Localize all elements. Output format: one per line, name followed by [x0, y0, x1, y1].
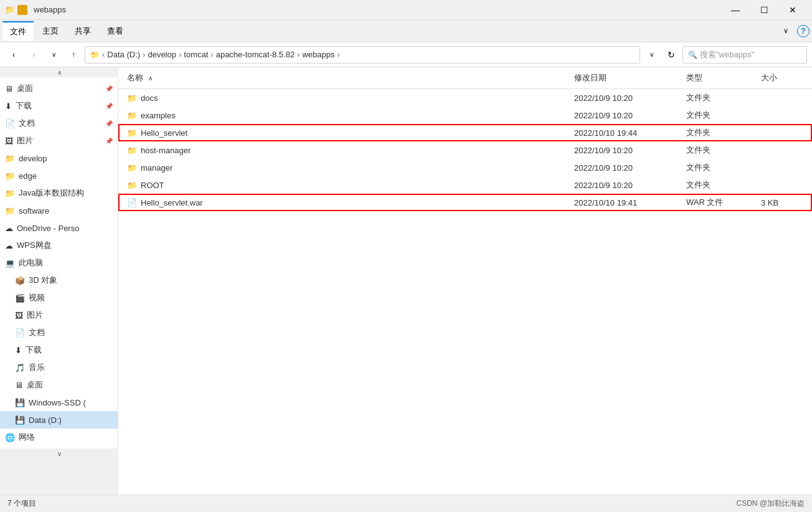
search-icon: 🔍	[688, 50, 697, 59]
col-type[interactable]: 类型	[682, 70, 757, 86]
title-controls: — ☐ ✕	[721, 0, 807, 20]
file-icon-6: 📄	[127, 198, 137, 207]
file-date-6: 2022/10/10 19:41	[570, 197, 682, 209]
video-icon: 🎬	[15, 293, 25, 303]
sidebar-item-wps[interactable]: ☁ WPS网盘	[0, 237, 118, 254]
dropdown-button[interactable]: ∨	[45, 46, 62, 64]
pictures2-icon: 🖼	[15, 311, 23, 320]
sidebar-scroll-down[interactable]: ∨	[0, 448, 118, 458]
sidebar-container: ∧ 🖥 桌面 📌 ⬇ 下载 📌 📄 文档 📌 🖼 图片 📌	[0, 67, 118, 495]
windows-ssd-icon: 💾	[15, 398, 25, 407]
develop-folder-icon: 📁	[5, 154, 15, 163]
ribbon: 文件 主页 共享 查看 ∨ ?	[0, 20, 812, 42]
title-bar: 📁 webapps — ☐ ✕	[0, 0, 812, 20]
sidebar-item-docs-pinned[interactable]: 📄 文档 📌	[0, 115, 118, 132]
file-row-0[interactable]: 📁docs2022/10/9 10:20文件夹	[118, 89, 812, 107]
file-row-5[interactable]: 📁ROOT2022/10/9 10:20文件夹	[118, 176, 812, 194]
sidebar-item-music[interactable]: 🎵 音乐	[0, 359, 118, 376]
sidebar-item-windows-ssd[interactable]: 💾 Windows-SSD (	[0, 394, 118, 411]
sidebar-item-software[interactable]: 📁 software	[0, 202, 118, 219]
file-row-2[interactable]: 📁Hello_servlet2022/10/10 19:44文件夹	[118, 124, 812, 141]
forward-button[interactable]: ›	[25, 46, 42, 64]
col-date[interactable]: 修改日期	[570, 70, 682, 86]
file-name-3: 📁host-manager	[123, 145, 570, 156]
help-button[interactable]: ?	[797, 25, 810, 37]
ribbon-tab-home[interactable]: 主页	[35, 22, 66, 40]
3d-icon: 📦	[15, 276, 25, 285]
sidebar-item-pictures-pinned[interactable]: 🖼 图片 📌	[0, 132, 118, 149]
file-name-1: 📁examples	[123, 110, 570, 121]
minimize-button[interactable]: —	[721, 0, 750, 20]
path-part-develop[interactable]: develop	[148, 50, 176, 59]
file-row-4[interactable]: 📁manager2022/10/9 10:20文件夹	[118, 159, 812, 176]
sidebar-scroll-up[interactable]: ∧	[0, 67, 118, 77]
up-button[interactable]: ↑	[65, 46, 82, 64]
address-path[interactable]: 📁 ‹ Data (D:) › develop › tomcat › apach…	[85, 46, 640, 64]
network-icon: 🌐	[5, 433, 15, 442]
file-size-0	[757, 97, 807, 99]
file-type-1: 文件夹	[682, 108, 757, 122]
path-part-tomcat[interactable]: tomcat	[184, 50, 208, 59]
music-icon: 🎵	[15, 363, 25, 372]
path-part-apache[interactable]: apache-tomcat-8.5.82	[216, 50, 295, 59]
ribbon-collapse-button[interactable]: ∨	[777, 22, 795, 40]
file-icon-2: 📁	[127, 128, 137, 138]
pin-icon-3: 📌	[105, 120, 113, 127]
title-bar-icons: 📁	[5, 5, 27, 15]
file-type-0: 文件夹	[682, 91, 757, 105]
path-part-datad[interactable]: Data (D:)	[107, 50, 140, 59]
path-dropdown-button[interactable]: ∨	[643, 46, 660, 64]
sidebar-item-desktop-pinned[interactable]: 🖥 桌面 📌	[0, 80, 118, 97]
docs-icon: 📄	[5, 119, 15, 128]
sidebar-item-this-pc[interactable]: 💻 此电脑	[0, 254, 118, 272]
sidebar-item-datad[interactable]: 💾 Data (D:)	[0, 411, 118, 429]
refresh-button[interactable]: ↻	[663, 46, 680, 64]
maximize-button[interactable]: ☐	[750, 0, 778, 20]
file-type-5: 文件夹	[682, 178, 757, 192]
path-part-webapps[interactable]: webapps	[302, 50, 334, 59]
ribbon-tab-file[interactable]: 文件	[2, 21, 34, 41]
this-pc-icon: 💻	[5, 258, 15, 268]
sidebar-item-onedrive[interactable]: ☁ OneDrive - Perso	[0, 219, 118, 237]
col-name[interactable]: 名称 ∧	[123, 70, 570, 86]
app-icon	[17, 5, 27, 15]
wps-icon: ☁	[5, 241, 13, 250]
file-row-1[interactable]: 📁examples2022/10/9 10:20文件夹	[118, 107, 812, 124]
sidebar-item-documents[interactable]: 📄 文档	[0, 324, 118, 341]
onedrive-icon: ☁	[5, 224, 13, 233]
sidebar-item-desktop[interactable]: 🖥 桌面	[0, 376, 118, 394]
sidebar-item-downloads-pinned[interactable]: ⬇ 下载 📌	[0, 97, 118, 115]
sidebar-item-3d[interactable]: 📦 3D 对象	[0, 272, 118, 289]
col-size[interactable]: 大小	[757, 70, 807, 86]
file-type-3: 文件夹	[682, 143, 757, 157]
desktop-icon: 🖥	[5, 84, 13, 93]
file-icon-5: 📁	[127, 181, 137, 190]
close-button[interactable]: ✕	[778, 0, 807, 20]
sidebar-item-network[interactable]: 🌐 网络	[0, 429, 118, 446]
download-icon: ⬇	[5, 102, 12, 111]
file-date-5: 2022/10/9 10:20	[570, 179, 682, 191]
file-type-2: 文件夹	[682, 126, 757, 140]
sidebar-item-edge[interactable]: 📁 edge	[0, 167, 118, 184]
main-layout: ∧ 🖥 桌面 📌 ⬇ 下载 📌 📄 文档 📌 🖼 图片 📌	[0, 67, 812, 495]
folder-icon: 📁	[5, 5, 15, 14]
sidebar-item-java[interactable]: 📁 Java版本数据结构	[0, 184, 118, 202]
pictures-icon: 🖼	[5, 136, 13, 146]
sidebar-item-develop[interactable]: 📁 develop	[0, 149, 118, 167]
software-folder-icon: 📁	[5, 206, 15, 216]
search-box[interactable]: 🔍 搜索"webapps"	[682, 46, 807, 64]
file-size-2	[757, 131, 807, 134]
file-list-header: 名称 ∧ 修改日期 类型 大小	[118, 67, 812, 89]
file-row-3[interactable]: 📁host-manager2022/10/9 10:20文件夹	[118, 141, 812, 159]
file-date-1: 2022/10/9 10:20	[570, 110, 682, 121]
ribbon-tab-view[interactable]: 查看	[100, 22, 131, 40]
sidebar-item-pictures[interactable]: 🖼 图片	[0, 306, 118, 324]
sidebar: 🖥 桌面 📌 ⬇ 下载 📌 📄 文档 📌 🖼 图片 📌 📁 de	[0, 77, 118, 448]
file-row-6[interactable]: 📄Hello_servlet.war2022/10/10 19:41WAR 文件…	[118, 194, 812, 211]
sidebar-item-downloads[interactable]: ⬇ 下载	[0, 341, 118, 359]
sidebar-item-video[interactable]: 🎬 视频	[0, 289, 118, 306]
file-size-3	[757, 149, 807, 151]
watermark: CSDN @加勒比海盗	[736, 498, 805, 509]
ribbon-tab-share[interactable]: 共享	[67, 22, 98, 40]
back-button[interactable]: ‹	[5, 46, 22, 64]
